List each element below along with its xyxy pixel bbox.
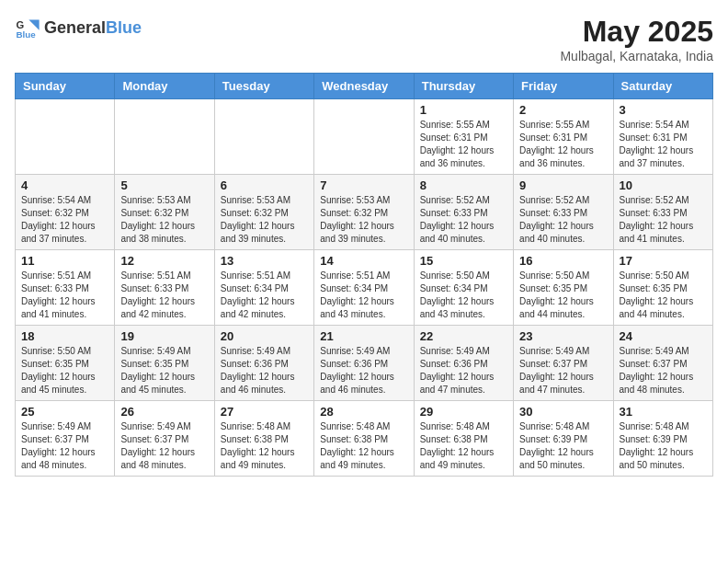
week-row-4: 25Sunrise: 5:49 AM Sunset: 6:37 PM Dayli…: [16, 401, 713, 477]
svg-marker-1: [28, 20, 39, 30]
day-info: Sunrise: 5:51 AM Sunset: 6:34 PM Dayligh…: [221, 270, 308, 321]
day-number: 30: [519, 405, 607, 419]
weekday-header-friday: Friday: [514, 74, 613, 99]
day-number: 6: [221, 178, 308, 192]
calendar-cell: 31Sunrise: 5:48 AM Sunset: 6:39 PM Dayli…: [613, 401, 712, 477]
day-number: 19: [120, 329, 208, 343]
week-row-2: 11Sunrise: 5:51 AM Sunset: 6:33 PM Dayli…: [16, 250, 713, 326]
day-number: 5: [120, 178, 208, 192]
calendar-cell: 6Sunrise: 5:53 AM Sunset: 6:32 PM Daylig…: [214, 175, 313, 250]
day-info: Sunrise: 5:54 AM Sunset: 6:32 PM Dayligh…: [21, 194, 108, 246]
day-number: 26: [120, 405, 208, 419]
day-number: 12: [120, 254, 208, 268]
calendar-cell: 11Sunrise: 5:51 AM Sunset: 6:33 PM Dayli…: [16, 250, 115, 326]
day-number: 4: [21, 178, 108, 192]
calendar-cell: 7Sunrise: 5:53 AM Sunset: 6:32 PM Daylig…: [314, 175, 414, 250]
day-info: Sunrise: 5:48 AM Sunset: 6:38 PM Dayligh…: [221, 420, 308, 472]
weekday-header-thursday: Thursday: [414, 74, 513, 99]
logo-blue-text: Blue: [106, 18, 142, 37]
calendar-cell: 9Sunrise: 5:52 AM Sunset: 6:33 PM Daylig…: [514, 175, 613, 250]
day-info: Sunrise: 5:51 AM Sunset: 6:33 PM Dayligh…: [21, 270, 108, 321]
day-number: 2: [519, 103, 607, 117]
calendar-cell: 8Sunrise: 5:52 AM Sunset: 6:33 PM Daylig…: [414, 175, 513, 250]
page-header: G Blue GeneralBlue May 2025 Mulbagal, Ka…: [15, 15, 713, 63]
week-row-1: 4Sunrise: 5:54 AM Sunset: 6:32 PM Daylig…: [16, 175, 713, 250]
calendar-cell: 5Sunrise: 5:53 AM Sunset: 6:32 PM Daylig…: [115, 175, 214, 250]
calendar-cell: 29Sunrise: 5:48 AM Sunset: 6:38 PM Dayli…: [414, 401, 513, 477]
weekday-header-saturday: Saturday: [613, 74, 712, 99]
day-info: Sunrise: 5:53 AM Sunset: 6:32 PM Dayligh…: [320, 194, 407, 246]
day-number: 3: [620, 103, 707, 117]
day-info: Sunrise: 5:52 AM Sunset: 6:33 PM Dayligh…: [519, 194, 607, 246]
day-info: Sunrise: 5:50 AM Sunset: 6:35 PM Dayligh…: [519, 270, 607, 321]
calendar-cell: 27Sunrise: 5:48 AM Sunset: 6:38 PM Dayli…: [214, 401, 313, 477]
day-number: 29: [420, 405, 507, 419]
calendar-cell: [214, 99, 313, 175]
logo-general-text: General: [44, 18, 106, 37]
day-number: 23: [519, 329, 607, 343]
calendar-cell: 17Sunrise: 5:50 AM Sunset: 6:35 PM Dayli…: [613, 250, 712, 326]
weekday-header-row: SundayMondayTuesdayWednesdayThursdayFrid…: [16, 74, 713, 99]
month-title: May 2025: [560, 15, 713, 49]
day-info: Sunrise: 5:49 AM Sunset: 6:37 PM Dayligh…: [120, 420, 208, 472]
day-info: Sunrise: 5:54 AM Sunset: 6:31 PM Dayligh…: [620, 119, 707, 170]
day-info: Sunrise: 5:51 AM Sunset: 6:34 PM Dayligh…: [320, 270, 407, 321]
day-info: Sunrise: 5:55 AM Sunset: 6:31 PM Dayligh…: [420, 119, 507, 170]
day-info: Sunrise: 5:49 AM Sunset: 6:37 PM Dayligh…: [519, 345, 607, 396]
day-number: 11: [21, 254, 108, 268]
day-number: 22: [420, 329, 507, 343]
calendar-cell: 23Sunrise: 5:49 AM Sunset: 6:37 PM Dayli…: [514, 326, 613, 401]
day-info: Sunrise: 5:50 AM Sunset: 6:34 PM Dayligh…: [420, 270, 507, 321]
day-info: Sunrise: 5:48 AM Sunset: 6:39 PM Dayligh…: [519, 420, 607, 472]
day-number: 10: [620, 178, 707, 192]
calendar-cell: 30Sunrise: 5:48 AM Sunset: 6:39 PM Dayli…: [514, 401, 613, 477]
day-number: 13: [221, 254, 308, 268]
day-number: 28: [320, 405, 407, 419]
day-number: 1: [420, 103, 507, 117]
calendar-cell: 1Sunrise: 5:55 AM Sunset: 6:31 PM Daylig…: [414, 99, 513, 175]
calendar-table: SundayMondayTuesdayWednesdayThursdayFrid…: [15, 73, 713, 477]
location-title: Mulbagal, Karnataka, India: [560, 49, 713, 63]
weekday-header-tuesday: Tuesday: [214, 74, 313, 99]
day-number: 9: [519, 178, 607, 192]
title-area: May 2025 Mulbagal, Karnataka, India: [560, 15, 713, 63]
calendar-cell: 28Sunrise: 5:48 AM Sunset: 6:38 PM Dayli…: [314, 401, 414, 477]
logo-icon: G Blue: [15, 15, 40, 40]
calendar-cell: 26Sunrise: 5:49 AM Sunset: 6:37 PM Dayli…: [115, 401, 214, 477]
day-number: 18: [21, 329, 108, 343]
weekday-header-monday: Monday: [115, 74, 214, 99]
calendar-cell: 18Sunrise: 5:50 AM Sunset: 6:35 PM Dayli…: [16, 326, 115, 401]
calendar-cell: 20Sunrise: 5:49 AM Sunset: 6:36 PM Dayli…: [214, 326, 313, 401]
calendar-cell: [314, 99, 414, 175]
calendar-cell: 2Sunrise: 5:55 AM Sunset: 6:31 PM Daylig…: [514, 99, 613, 175]
calendar-cell: 22Sunrise: 5:49 AM Sunset: 6:36 PM Dayli…: [414, 326, 513, 401]
day-info: Sunrise: 5:48 AM Sunset: 6:39 PM Dayligh…: [620, 420, 707, 472]
day-info: Sunrise: 5:48 AM Sunset: 6:38 PM Dayligh…: [420, 420, 507, 472]
day-number: 25: [21, 405, 108, 419]
calendar-cell: 4Sunrise: 5:54 AM Sunset: 6:32 PM Daylig…: [16, 175, 115, 250]
day-info: Sunrise: 5:49 AM Sunset: 6:36 PM Dayligh…: [420, 345, 507, 396]
day-number: 16: [519, 254, 607, 268]
day-info: Sunrise: 5:49 AM Sunset: 6:37 PM Dayligh…: [620, 345, 707, 396]
weekday-header-sunday: Sunday: [16, 74, 115, 99]
day-number: 8: [420, 178, 507, 192]
day-info: Sunrise: 5:52 AM Sunset: 6:33 PM Dayligh…: [620, 194, 707, 246]
calendar-cell: 19Sunrise: 5:49 AM Sunset: 6:35 PM Dayli…: [115, 326, 214, 401]
day-info: Sunrise: 5:50 AM Sunset: 6:35 PM Dayligh…: [21, 345, 108, 396]
day-number: 15: [420, 254, 507, 268]
day-info: Sunrise: 5:50 AM Sunset: 6:35 PM Dayligh…: [620, 270, 707, 321]
svg-text:Blue: Blue: [16, 29, 36, 40]
day-info: Sunrise: 5:49 AM Sunset: 6:35 PM Dayligh…: [120, 345, 208, 396]
calendar-cell: [115, 99, 214, 175]
calendar-cell: 10Sunrise: 5:52 AM Sunset: 6:33 PM Dayli…: [613, 175, 712, 250]
calendar-cell: [16, 99, 115, 175]
day-number: 21: [320, 329, 407, 343]
day-info: Sunrise: 5:49 AM Sunset: 6:37 PM Dayligh…: [21, 420, 108, 472]
calendar-cell: 13Sunrise: 5:51 AM Sunset: 6:34 PM Dayli…: [214, 250, 313, 326]
day-info: Sunrise: 5:55 AM Sunset: 6:31 PM Dayligh…: [519, 119, 607, 170]
day-info: Sunrise: 5:49 AM Sunset: 6:36 PM Dayligh…: [320, 345, 407, 396]
day-number: 31: [620, 405, 707, 419]
day-number: 20: [221, 329, 308, 343]
calendar-cell: 24Sunrise: 5:49 AM Sunset: 6:37 PM Dayli…: [613, 326, 712, 401]
calendar-cell: 21Sunrise: 5:49 AM Sunset: 6:36 PM Dayli…: [314, 326, 414, 401]
